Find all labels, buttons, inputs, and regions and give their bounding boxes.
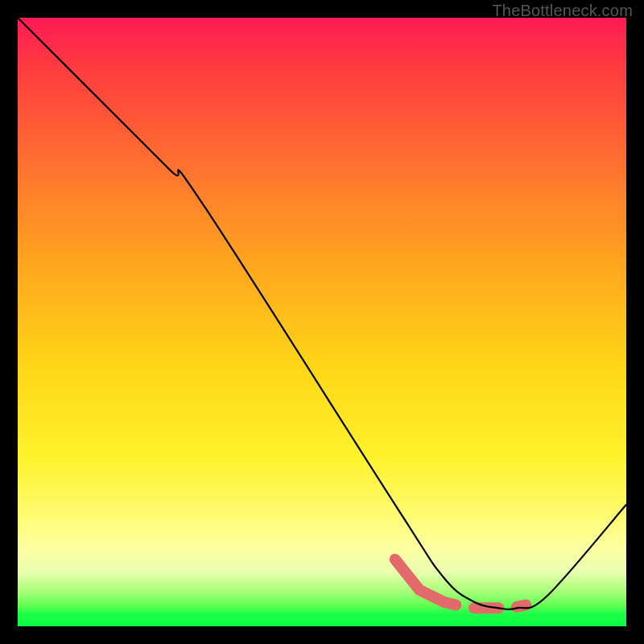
curve-line bbox=[18, 18, 626, 609]
highlight-c bbox=[517, 605, 526, 607]
plot-area bbox=[18, 18, 626, 626]
plot-svg bbox=[18, 18, 626, 626]
chart-container: TheBottleneck.com bbox=[0, 0, 644, 644]
